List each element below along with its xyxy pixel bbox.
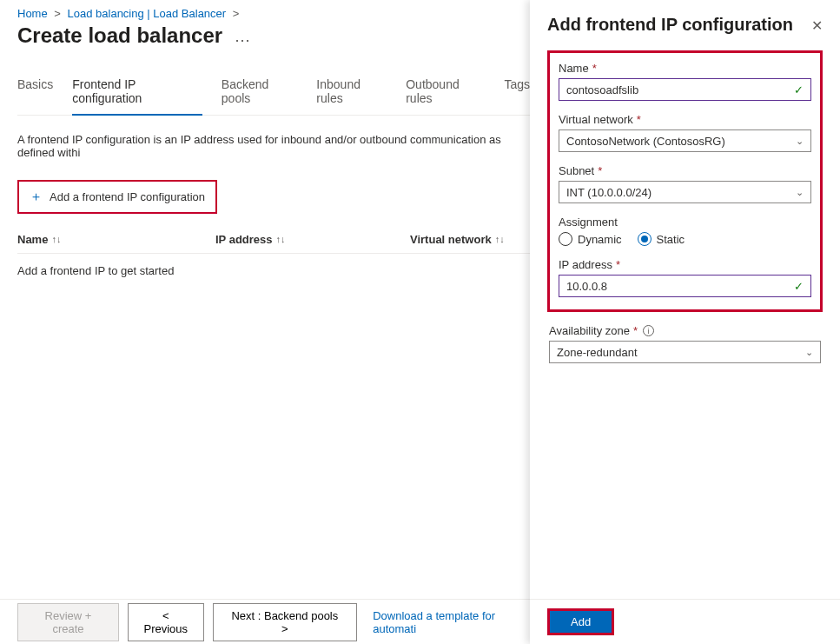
info-icon[interactable]: i <box>643 325 654 336</box>
subnet-select[interactable]: INT (10.0.0.0/24) ⌄ <box>559 181 811 203</box>
panel-title: Add frontend IP configuration <box>547 14 793 35</box>
checkmark-icon: ✓ <box>794 83 804 96</box>
tab-strip: Basics Frontend IP configuration Backend… <box>17 77 530 116</box>
assignment-static-label: Static <box>657 233 685 246</box>
required-icon: * <box>633 324 638 337</box>
tab-description: A frontend IP configuration is an IP add… <box>17 133 530 159</box>
tab-basics[interactable]: Basics <box>17 77 53 115</box>
review-create-button: Review + create <box>17 603 119 641</box>
availability-zone-select[interactable]: Zone-redundant ⌄ <box>549 341 821 363</box>
assignment-label: Assignment <box>559 216 811 229</box>
name-label: Name * <box>559 62 811 75</box>
name-input[interactable]: contosoadfslib ✓ <box>559 78 811 101</box>
page-title: Create load balancer <box>17 23 222 48</box>
required-icon: * <box>598 164 602 177</box>
subnet-label-text: Subnet <box>559 164 594 177</box>
radio-dot-icon <box>641 236 648 242</box>
plus-icon: ＋ <box>30 189 43 205</box>
column-header-ip[interactable]: IP address ↑↓ <box>215 233 410 246</box>
sort-icon: ↑↓ <box>276 234 286 244</box>
chevron-right-icon: > <box>233 7 240 20</box>
panel-fields-highlight: Name * contosoadfslib ✓ Virtual network … <box>547 50 823 312</box>
assignment-dynamic-label: Dynamic <box>578 233 622 246</box>
assignment-dynamic-radio[interactable]: Dynamic <box>559 232 622 246</box>
main-content: Home > Load balancing | Load Balancer > … <box>0 0 530 644</box>
tab-frontend-ip[interactable]: Frontend IP configuration <box>72 77 202 116</box>
tab-tags[interactable]: Tags <box>504 77 530 115</box>
breadcrumb-load-balancing[interactable]: Load balancing | Load Balancer <box>68 7 227 20</box>
availability-zone-label: Availability zone * i <box>549 324 821 337</box>
ip-address-input[interactable]: 10.0.0.8 ✓ <box>559 275 811 297</box>
ip-label-text: IP address <box>559 258 612 271</box>
column-header-vnet[interactable]: Virtual network ↑↓ <box>410 233 530 246</box>
chevron-down-icon: ⌄ <box>796 136 804 147</box>
ip-label: IP address * <box>559 258 811 271</box>
ip-input-value: 10.0.0.8 <box>566 280 607 293</box>
download-template-link[interactable]: Download a template for automati <box>373 609 530 635</box>
radio-icon <box>559 232 572 246</box>
name-input-value: contosoadfslib <box>566 83 638 96</box>
avail-select-value: Zone-redundant <box>557 346 638 359</box>
required-icon: * <box>616 258 620 271</box>
tab-outbound-rules[interactable]: Outbound rules <box>406 77 485 115</box>
table-header: Name ↑↓ IP address ↑↓ Virtual network ↑↓ <box>17 233 530 254</box>
vnet-label: Virtual network * <box>559 113 811 126</box>
vnet-label-text: Virtual network <box>559 113 633 126</box>
avail-label-text: Availability zone <box>549 324 630 337</box>
assignment-static-radio[interactable]: Static <box>638 232 685 246</box>
empty-state-row: Add a frontend IP to get started <box>17 254 530 288</box>
breadcrumb-home[interactable]: Home <box>17 7 48 20</box>
previous-button[interactable]: < Previous <box>128 603 203 641</box>
add-button[interactable]: Add <box>550 611 612 633</box>
close-icon[interactable]: ✕ <box>811 14 823 34</box>
panel-footer: Add <box>530 599 840 644</box>
add-button-highlight: Add <box>547 608 614 635</box>
field-ip-address: IP address * 10.0.0.8 ✓ <box>559 258 811 297</box>
field-subnet: Subnet * INT (10.0.0.0/24) ⌄ <box>559 164 811 203</box>
more-icon[interactable]: ⋯ <box>235 30 250 50</box>
virtual-network-select[interactable]: ContosoNetwork (ContososRG) ⌄ <box>559 129 811 152</box>
add-frontend-highlight: ＋ Add a frontend IP configuration <box>17 180 217 214</box>
field-availability-zone: Availability zone * i Zone-redundant ⌄ <box>547 324 823 363</box>
panel-header: Add frontend IP configuration ✕ <box>547 14 823 35</box>
field-virtual-network: Virtual network * ContosoNetwork (Contos… <box>559 113 811 152</box>
checkmark-icon: ✓ <box>794 280 804 293</box>
column-vnet-label: Virtual network <box>410 233 492 246</box>
required-icon: * <box>592 62 597 75</box>
column-ip-label: IP address <box>215 233 273 246</box>
subnet-select-value: INT (10.0.0.0/24) <box>566 186 651 199</box>
chevron-down-icon: ⌄ <box>796 187 804 198</box>
breadcrumb: Home > Load balancing | Load Balancer > <box>17 7 530 20</box>
chevron-down-icon: ⌄ <box>805 347 813 358</box>
subnet-label: Subnet * <box>559 164 811 177</box>
field-assignment: Assignment Dynamic Static <box>559 216 811 246</box>
wizard-footer: Review + create < Previous Next : Backen… <box>0 599 530 644</box>
name-label-text: Name <box>559 62 589 75</box>
add-frontend-panel: Add frontend IP configuration ✕ Name * c… <box>530 0 840 644</box>
assignment-radio-group: Dynamic Static <box>559 232 811 246</box>
next-button[interactable]: Next : Backend pools > <box>213 603 358 641</box>
required-icon: * <box>637 113 641 126</box>
vnet-select-value: ContosoNetwork (ContososRG) <box>566 135 725 148</box>
radio-icon <box>638 232 651 246</box>
add-frontend-ip-button[interactable]: ＋ Add a frontend IP configuration <box>19 182 215 212</box>
tab-inbound-rules[interactable]: Inbound rules <box>316 77 387 115</box>
tab-backend-pools[interactable]: Backend pools <box>222 77 298 115</box>
sort-icon: ↑↓ <box>51 234 61 244</box>
sort-icon: ↑↓ <box>495 234 505 244</box>
column-name-label: Name <box>17 233 48 246</box>
add-frontend-ip-label: Add a frontend IP configuration <box>50 190 205 203</box>
chevron-right-icon: > <box>54 7 61 20</box>
field-name: Name * contosoadfslib ✓ <box>559 62 811 101</box>
column-header-name[interactable]: Name ↑↓ <box>17 233 215 246</box>
